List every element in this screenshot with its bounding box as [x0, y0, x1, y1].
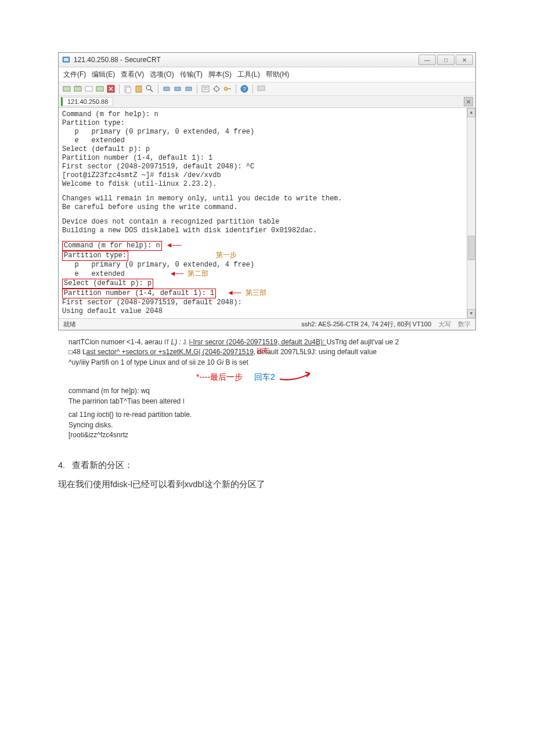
terminal-scrollbar[interactable]: ▲ ▼: [467, 108, 475, 318]
svg-point-15: [214, 87, 219, 91]
annot-step1: 第一步: [216, 251, 237, 259]
terminal-select: Select (default p): p: [62, 279, 472, 289]
minimize-button[interactable]: —: [418, 55, 436, 65]
scroll-thumb[interactable]: [468, 236, 475, 260]
toolbar: ?: [59, 82, 475, 96]
svg-point-16: [224, 87, 228, 91]
terminal-ptype-e: e extended ◄── 第二部: [62, 269, 472, 279]
app-icon: [62, 56, 70, 64]
chat-icon[interactable]: [257, 84, 266, 93]
svg-rect-4: [85, 87, 92, 91]
scroll-down-icon[interactable]: ▼: [467, 309, 475, 318]
svg-point-10: [146, 85, 151, 90]
maximize-button[interactable]: □: [437, 55, 454, 65]
connect-icon[interactable]: [62, 84, 71, 93]
annot-step3: 第三部: [246, 289, 266, 297]
menubar: 文件(F) 编辑(E) 查看(V) 选项(O) 传输(T) 脚本(S) 工具(L…: [59, 67, 475, 82]
terminal-usingdef: Using default value 2048: [62, 307, 472, 316]
annot-huiche2: 回车2: [254, 371, 313, 383]
svg-rect-11: [164, 87, 169, 91]
close-session-icon[interactable]: [106, 84, 116, 93]
terminal-partnum: Partition number (1-4, default 1): 1 ◄──…: [62, 289, 472, 298]
terminal-output-2: Changes will remain in memory only, unti…: [62, 195, 472, 212]
terminal-ptype-head: Partition type: 第一步: [62, 251, 472, 261]
close-button[interactable]: ✕: [456, 55, 473, 65]
svg-text:?: ?: [243, 86, 246, 92]
key-icon[interactable]: [223, 84, 232, 93]
arrow-sketch-icon: [279, 371, 313, 383]
status-ready: 就绪: [63, 320, 76, 329]
tab-close-button[interactable]: ✕: [464, 97, 473, 106]
menu-transfer[interactable]: 传输(T): [180, 70, 203, 80]
terminal-output-3: Device does not contain a recognized par…: [62, 218, 472, 235]
tabbar: 121.40.250.88 ✕: [59, 96, 475, 108]
body-paragraph: 现在我们使用fdisk-l已经可以看到xvdbl这个新的分区了: [58, 479, 476, 490]
help-icon[interactable]: ?: [240, 84, 249, 93]
annot-last-step: *----最后一步: [196, 371, 243, 383]
copy-icon[interactable]: [123, 84, 132, 93]
statusbar: 就绪 ssh2: AES-256-CTR 24, 74 24行, 80列 VT1…: [59, 318, 475, 330]
properties-icon[interactable]: [201, 84, 210, 93]
arrow-step1-icon: [166, 242, 181, 250]
disconnect-icon[interactable]: [95, 84, 104, 93]
print-icon[interactable]: [162, 84, 171, 93]
titlebar: 121.40.250.88 - SecureCRT — □ ✕: [59, 53, 475, 67]
status-caps: 大写: [438, 320, 451, 329]
menu-edit[interactable]: 编辑(E): [92, 70, 115, 80]
session-tab[interactable]: 121.40.250.88: [61, 97, 113, 106]
window-title: 121.40.250.88 - SecureCRT: [74, 56, 161, 64]
quick-connect-icon[interactable]: [73, 84, 82, 93]
terminal-output-1: Command (m for help): n Partition type: …: [62, 110, 472, 189]
svg-rect-9: [136, 86, 142, 92]
status-num: 数字: [458, 320, 471, 329]
reconnect-icon[interactable]: [84, 84, 93, 93]
annot-huiche-inline: 回车: [257, 347, 269, 354]
menu-view[interactable]: 查看(V): [121, 70, 144, 80]
print2-icon[interactable]: [173, 84, 182, 93]
svg-rect-2: [63, 87, 70, 91]
svg-rect-14: [202, 86, 209, 92]
svg-rect-12: [175, 87, 181, 91]
status-connection: ssh2: AES-256-CTR 24, 74 24行, 80列 VT100: [301, 320, 431, 329]
terminal-area[interactable]: Command (m for help): n Partition type: …: [59, 108, 475, 318]
section-heading: 4. 查看新的分区：: [58, 460, 476, 471]
menu-help[interactable]: 帮助(H): [266, 70, 290, 80]
menu-script[interactable]: 脚本(S): [208, 70, 232, 80]
securecrt-window: 121.40.250.88 - SecureCRT — □ ✕ 文件(F) 编辑…: [58, 52, 476, 330]
svg-rect-5: [96, 87, 103, 91]
print3-icon[interactable]: [184, 84, 193, 93]
annot-step2: 第二部: [187, 269, 208, 278]
svg-rect-13: [186, 87, 192, 91]
menu-options[interactable]: 选项(O): [150, 70, 174, 80]
find-icon[interactable]: [145, 84, 154, 93]
terminal-ptype-p: p primary (0 primary, 0 extended, 4 free…: [62, 261, 472, 269]
options-icon[interactable]: [212, 84, 221, 93]
menu-file[interactable]: 文件(F): [63, 70, 86, 80]
svg-rect-1: [64, 58, 69, 62]
below-text-block: nartTCion numoer <1-4, aerau IT L) : J. …: [68, 337, 476, 440]
paste-icon[interactable]: [134, 84, 143, 93]
menu-tools[interactable]: 工具(L): [237, 70, 260, 80]
terminal-cmd-line: Command (m for help): n: [62, 242, 162, 250]
svg-rect-19: [258, 86, 265, 91]
svg-rect-8: [126, 87, 131, 93]
scroll-up-icon[interactable]: ▲: [467, 108, 475, 117]
terminal-firstsec: First sector (2048-20971519, default 204…: [62, 298, 472, 307]
